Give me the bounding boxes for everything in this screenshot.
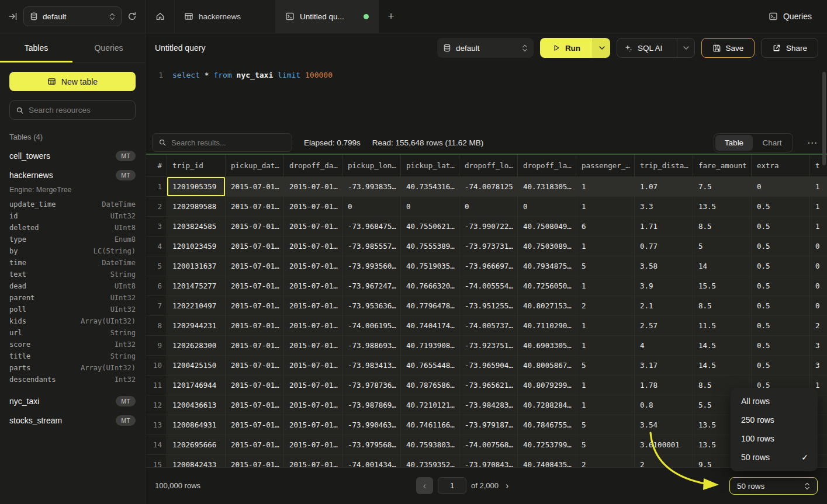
- page-size-option-100-rows[interactable]: 100 rows: [731, 429, 818, 448]
- cell[interactable]: 0: [810, 296, 827, 316]
- cell[interactable]: 3.9: [635, 276, 693, 296]
- cell[interactable]: 1.78: [635, 376, 693, 395]
- cell[interactable]: 2: [576, 296, 635, 316]
- cell[interactable]: 40.7318305…: [518, 177, 576, 197]
- cell[interactable]: 2015-07-01…: [226, 336, 284, 356]
- cell[interactable]: 1: [576, 177, 635, 197]
- cell[interactable]: 1201746944: [167, 376, 226, 395]
- cell[interactable]: 1: [810, 177, 827, 197]
- cell[interactable]: 1200425150: [167, 356, 226, 376]
- database-selector[interactable]: default: [23, 6, 122, 26]
- cell[interactable]: 3.54: [635, 415, 693, 435]
- column-header[interactable]: pickup_lon…: [342, 155, 401, 177]
- run-button[interactable]: Run: [540, 38, 593, 58]
- cell[interactable]: 0: [810, 237, 827, 256]
- cell[interactable]: -73.993835…: [342, 177, 401, 197]
- cell[interactable]: 1: [576, 197, 635, 217]
- cell[interactable]: 0.5: [752, 336, 810, 356]
- cell[interactable]: -73.951255…: [459, 296, 518, 316]
- cell[interactable]: 40.7110290…: [518, 316, 576, 336]
- cell[interactable]: 2.57: [635, 316, 693, 336]
- cell[interactable]: -73.965621…: [459, 376, 518, 395]
- more-options-icon[interactable]: ⋯: [805, 137, 820, 149]
- column-header[interactable]: fare_amount: [693, 155, 752, 177]
- cell[interactable]: 40.7666320…: [401, 276, 459, 296]
- cell[interactable]: 40.7555389…: [401, 237, 459, 256]
- cell[interactable]: 1201905359: [167, 177, 226, 197]
- cell[interactable]: 2015-07-01…: [284, 415, 342, 435]
- cell[interactable]: 1202628300: [167, 336, 226, 356]
- cell[interactable]: 2015-07-01…: [226, 256, 284, 276]
- cell[interactable]: 1202695666: [167, 435, 226, 455]
- column-header[interactable]: trip_dista…: [635, 155, 693, 177]
- cell[interactable]: 14.5: [693, 356, 752, 376]
- cell[interactable]: 0.5: [752, 316, 810, 336]
- cell[interactable]: 1203824585: [167, 217, 226, 237]
- sidebar-table-stocks_stream[interactable]: stocks_streamMT: [0, 411, 145, 430]
- page-size-option-50-rows[interactable]: 50 rows✓: [731, 448, 818, 467]
- cell[interactable]: 0.5: [752, 217, 810, 237]
- tab-hackernews[interactable]: hackernews: [175, 0, 276, 33]
- cell[interactable]: 2015-07-01…: [284, 276, 342, 296]
- sql-ai-options-button[interactable]: [677, 39, 694, 57]
- cell[interactable]: -73.953636…: [342, 296, 401, 316]
- cell[interactable]: 2015-07-01…: [284, 376, 342, 395]
- resource-search-input[interactable]: [29, 106, 132, 114]
- cell[interactable]: 0: [752, 177, 810, 197]
- cell[interactable]: -74.0078125: [459, 177, 518, 197]
- cell[interactable]: 40.6903305…: [518, 336, 576, 356]
- cell[interactable]: 3.6100001: [635, 435, 693, 455]
- cell[interactable]: -73.988693…: [342, 336, 401, 356]
- cell[interactable]: 2015-07-01…: [226, 415, 284, 435]
- cell[interactable]: 40.7655448…: [401, 356, 459, 376]
- cell[interactable]: 2015-07-01…: [284, 395, 342, 415]
- cell[interactable]: 2015-07-01…: [284, 197, 342, 217]
- cell[interactable]: 40.7354316…: [401, 177, 459, 197]
- cell[interactable]: -73.993560…: [342, 256, 401, 276]
- cell[interactable]: 1: [576, 395, 635, 415]
- cell[interactable]: 4: [635, 336, 693, 356]
- next-page-button[interactable]: ›: [503, 481, 511, 491]
- share-button[interactable]: Share: [761, 38, 818, 58]
- cell[interactable]: 40.7288284…: [518, 395, 576, 415]
- cell[interactable]: 0.5: [752, 237, 810, 256]
- cell[interactable]: -74.005554…: [459, 276, 518, 296]
- cell[interactable]: 1: [576, 376, 635, 395]
- cell[interactable]: 13.5: [693, 197, 752, 217]
- column-header[interactable]: dropoff_da…: [284, 155, 342, 177]
- cell[interactable]: 2015-07-01…: [284, 217, 342, 237]
- query-database-selector[interactable]: default: [437, 38, 534, 58]
- cell[interactable]: 2015-07-01…: [226, 395, 284, 415]
- cell[interactable]: 40.7404174…: [401, 316, 459, 336]
- cell[interactable]: 40.7461166…: [401, 415, 459, 435]
- column-header[interactable]: dropoff_la…: [518, 155, 576, 177]
- cell[interactable]: 3.17: [635, 356, 693, 376]
- sidebar-tab-queries[interactable]: Queries: [72, 33, 145, 62]
- sidebar-table-nyc_taxi[interactable]: nyc_taxiMT: [0, 391, 145, 411]
- cell[interactable]: 1202210497: [167, 296, 226, 316]
- cell[interactable]: 1201023459: [167, 237, 226, 256]
- cell[interactable]: -73.978736…: [342, 376, 401, 395]
- cell[interactable]: 5: [576, 356, 635, 376]
- cell[interactable]: -73.984283…: [459, 395, 518, 415]
- view-toggle-chart[interactable]: Chart: [753, 135, 791, 151]
- sql-editor[interactable]: 1 select * from nyc_taxi limit 100000: [146, 62, 827, 131]
- cell[interactable]: 1.71: [635, 217, 693, 237]
- cell[interactable]: 2015-07-01…: [284, 316, 342, 336]
- cell[interactable]: 40.7550621…: [401, 217, 459, 237]
- cell[interactable]: 1: [810, 197, 827, 217]
- new-table-button[interactable]: New table: [9, 72, 136, 91]
- cell[interactable]: 0.5: [752, 276, 810, 296]
- cell[interactable]: 0: [401, 197, 459, 217]
- cell[interactable]: 40.7193908…: [401, 336, 459, 356]
- cell[interactable]: 2015-07-01…: [226, 316, 284, 336]
- cell[interactable]: -73.923751…: [459, 336, 518, 356]
- cell[interactable]: 15.5: [693, 276, 752, 296]
- cell[interactable]: 3: [810, 336, 827, 356]
- cell[interactable]: 3.58: [635, 256, 693, 276]
- cell[interactable]: 8.5: [693, 296, 752, 316]
- sidebar-tab-tables[interactable]: Tables: [0, 33, 72, 62]
- cell[interactable]: 2015-07-01…: [226, 356, 284, 376]
- cell[interactable]: 2015-07-01…: [226, 435, 284, 455]
- cell[interactable]: 14: [693, 256, 752, 276]
